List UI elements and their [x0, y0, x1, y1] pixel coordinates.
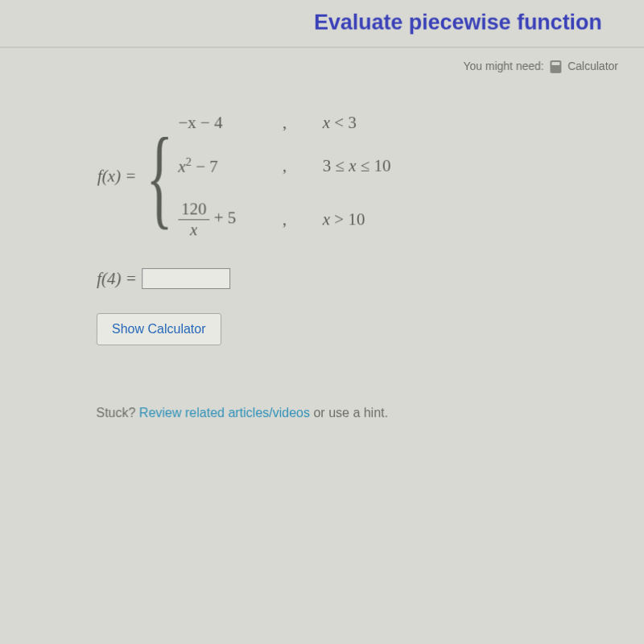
piece-row: 120 x + 5 , x > 10: [178, 200, 419, 241]
header: Evaluate piecewise function: [0, 0, 644, 47]
numerator: 120: [178, 200, 209, 221]
piece-comma: ,: [283, 210, 291, 230]
pieces-container: −x − 4 , x < 3 x2 − 7 , 3 ≤ x ≤ 10: [178, 114, 419, 241]
stuck-suffix: or use a hint.: [310, 406, 388, 419]
stuck-prefix: Stuck?: [96, 406, 139, 419]
function-definition: f(x) = { −x − 4 , x < 3 x2 − 7 ,: [97, 114, 603, 241]
piece-row: −x − 4 , x < 3: [178, 114, 419, 134]
piece-expression: −x − 4: [178, 114, 250, 134]
tools-label: You might need:: [463, 60, 543, 72]
calculator-link[interactable]: Calculator: [568, 60, 618, 72]
piece-row: x2 − 7 , 3 ≤ x ≤ 10: [178, 155, 419, 177]
page-title: Evaluate piecewise function: [0, 10, 644, 35]
answer-row: f(4) =: [97, 268, 604, 289]
content: f(x) = { −x − 4 , x < 3 x2 − 7 ,: [0, 73, 644, 444]
stuck-row: Stuck? Review related articles/videos or…: [96, 406, 604, 420]
piece-expression: 120 x + 5: [178, 200, 250, 241]
page-container: Evaluate piecewise function You might ne…: [0, 0, 644, 644]
answer-label: f(4) =: [97, 269, 137, 289]
brace-icon: {: [146, 121, 173, 233]
review-link[interactable]: Review related articles/videos: [139, 406, 310, 419]
piece-expression: x2 − 7: [178, 155, 250, 177]
show-calculator-button[interactable]: Show Calculator: [97, 313, 221, 345]
piece-comma: ,: [283, 114, 291, 134]
calculator-icon: [550, 60, 561, 73]
piece-condition: x < 3: [323, 114, 419, 134]
function-label: f(x) =: [97, 167, 137, 187]
fraction: 120 x: [178, 200, 210, 241]
tools-row: You might need: Calculator: [0, 47, 644, 73]
piece-condition: 3 ≤ x ≤ 10: [323, 156, 419, 176]
denominator: x: [187, 221, 200, 241]
piece-condition: x > 10: [323, 210, 419, 230]
piece-comma: ,: [283, 156, 291, 176]
answer-input[interactable]: [142, 268, 230, 289]
